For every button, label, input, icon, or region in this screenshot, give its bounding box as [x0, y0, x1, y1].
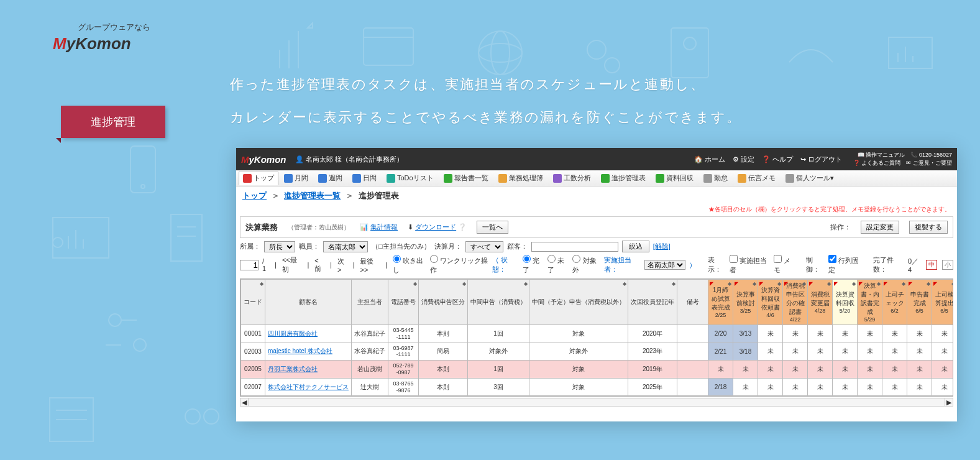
tab-top[interactable]: トップ: [239, 172, 278, 185]
cell-task[interactable]: 未: [758, 378, 783, 396]
tab-hours[interactable]: 工数分析: [549, 172, 595, 185]
tab-monthly[interactable]: 月間: [280, 172, 313, 185]
col-interim2[interactable]: ◆中間（予定）申告（消費税以外）: [529, 280, 628, 325]
scroll-left-icon[interactable]: ◀: [240, 398, 249, 407]
col-task-4[interactable]: ◤◆消費税変更届4/28: [808, 280, 833, 325]
col-interim1[interactable]: ◆中間申告（消費税）: [468, 280, 529, 325]
client-input[interactable]: [531, 242, 618, 252]
cell-task[interactable]: 2/21: [708, 343, 733, 361]
nav-logout[interactable]: ↪ ログアウト: [800, 155, 842, 164]
dept-select[interactable]: 所長: [264, 241, 295, 252]
col-task-8[interactable]: ◤◆申告書完成6/5: [907, 280, 932, 325]
cell-task[interactable]: 未: [808, 343, 833, 361]
radio-bubble[interactable]: 吹き出し: [393, 255, 426, 275]
radio-undone[interactable]: 未了: [547, 255, 569, 275]
cell-task[interactable]: 未: [733, 361, 758, 379]
col-phone[interactable]: ◆電話番号: [388, 280, 419, 325]
help-icon[interactable]: ❔: [458, 223, 467, 231]
cell-task[interactable]: 未: [858, 378, 882, 396]
radio-oneclick[interactable]: ワンクリック操作: [430, 255, 488, 275]
size-small-badge[interactable]: 小: [942, 260, 953, 270]
clear-link[interactable]: [解除]: [653, 242, 671, 251]
tab-todo[interactable]: ToDoリスト: [382, 172, 438, 185]
cell-remarks[interactable]: [677, 343, 708, 361]
cell-remarks[interactable]: [677, 361, 708, 379]
tab-memo[interactable]: 伝言メモ: [733, 172, 780, 185]
cell-task[interactable]: 未: [833, 325, 858, 343]
cell-task[interactable]: 未: [932, 325, 954, 343]
cell-client[interactable]: 丹羽工業株式会社: [265, 361, 352, 379]
col-task-3[interactable]: ◤◆消費税申告区分の確認書4/22: [783, 280, 808, 325]
cell-client[interactable]: majestic hotel 株式会社: [265, 343, 352, 361]
col-task-5[interactable]: ◤◆決算資料回収5/20: [833, 280, 858, 325]
radio-excluded[interactable]: 対象外: [572, 255, 600, 275]
col-task-1[interactable]: ◤◆決算事前検討3/25: [733, 280, 758, 325]
cell-task[interactable]: 未: [783, 325, 808, 343]
cell-task[interactable]: 未: [758, 361, 783, 379]
col-task-0[interactable]: ◤◆1月締め試算表完成2/25: [708, 280, 733, 325]
tab-workbook[interactable]: 業務処理簿: [494, 172, 547, 185]
check-show-memo[interactable]: メモ: [774, 255, 795, 275]
cell-task[interactable]: 未: [932, 361, 954, 379]
search-button[interactable]: 絞込: [622, 241, 649, 252]
cell-task[interactable]: 未: [833, 361, 858, 379]
col-main[interactable]: 主担当者: [352, 280, 388, 325]
col-task-7[interactable]: ◤◆上司チェック6/2: [882, 280, 907, 325]
period-select[interactable]: すべて: [465, 241, 503, 252]
check-show-assignee[interactable]: 実施担当者: [730, 255, 769, 275]
nav-help[interactable]: ❓ ヘルプ: [762, 155, 793, 164]
check-fix-rowcol[interactable]: 行列固定: [828, 255, 862, 275]
cell-task[interactable]: 未: [907, 361, 932, 379]
cell-client[interactable]: 四川厨房有限会社: [265, 325, 352, 343]
cell-task[interactable]: 3/13: [733, 325, 758, 343]
scroll-right-icon[interactable]: ▶: [945, 398, 953, 407]
tab-reports[interactable]: 報告書一覧: [439, 172, 493, 185]
cell-remarks[interactable]: [677, 325, 708, 343]
cell-remarks[interactable]: [677, 378, 708, 396]
crumb-top[interactable]: トップ: [242, 191, 267, 200]
to-list-button[interactable]: 一覧へ: [477, 221, 508, 234]
nav-settings[interactable]: ⚙ 設定: [733, 155, 754, 164]
cell-task[interactable]: 未: [708, 361, 733, 379]
nav-home[interactable]: 🏠 ホーム: [694, 155, 725, 164]
col-remarks[interactable]: 備考: [677, 280, 708, 325]
page-input[interactable]: [240, 260, 259, 270]
col-client[interactable]: 顧客名: [265, 280, 352, 325]
cell-task[interactable]: 未: [932, 343, 954, 361]
cell-client[interactable]: 株式会社下村テクノサービス: [265, 378, 352, 396]
change-settings-button[interactable]: 設定変更: [861, 221, 899, 234]
assignee-select[interactable]: 名南太郎: [644, 260, 685, 270]
page-next[interactable]: 次>: [337, 257, 347, 274]
crumb-list[interactable]: 進捗管理表一覧: [284, 191, 341, 200]
col-task-2[interactable]: ◤◆決算資料回収依頼書4/6: [758, 280, 783, 325]
cell-task[interactable]: 未: [907, 325, 932, 343]
cell-task[interactable]: 未: [733, 378, 758, 396]
cell-task[interactable]: 未: [858, 361, 882, 379]
col-code[interactable]: ◆コード: [241, 280, 265, 325]
cell-task[interactable]: 3/18: [733, 343, 758, 361]
cell-task[interactable]: 未: [783, 343, 808, 361]
cell-task[interactable]: 未: [932, 378, 954, 396]
col-task-9[interactable]: ◤◆上司検算提出6/5: [932, 280, 954, 325]
cell-task[interactable]: 2/18: [708, 378, 733, 396]
cell-task[interactable]: 2/20: [708, 325, 733, 343]
col-task-6[interactable]: ◤◆決算書・内訳書完成5/29: [858, 280, 882, 325]
cell-task[interactable]: 未: [907, 343, 932, 361]
cell-task[interactable]: 未: [882, 343, 907, 361]
cell-task[interactable]: 未: [858, 325, 882, 343]
h-scrollbar[interactable]: ◀ ▶: [240, 398, 953, 407]
duplicate-button[interactable]: 複製する: [909, 221, 948, 234]
page-first[interactable]: <<最初: [282, 255, 302, 274]
tab-personal[interactable]: 個人ツール▾: [781, 172, 838, 185]
cell-task[interactable]: 未: [833, 343, 858, 361]
tab-weekly[interactable]: 週間: [314, 172, 347, 185]
link-aggregate[interactable]: 集計情報: [370, 223, 398, 231]
cell-task[interactable]: 未: [833, 378, 858, 396]
col-nextreg[interactable]: ◆次回役員登記年: [628, 280, 677, 325]
cell-task[interactable]: 未: [808, 325, 833, 343]
col-taxcat[interactable]: ◆消費税申告区分: [419, 280, 468, 325]
staff-select[interactable]: 名南太郎: [323, 241, 368, 252]
cell-task[interactable]: 未: [783, 361, 808, 379]
page-prev[interactable]: <前: [314, 257, 324, 274]
cell-task[interactable]: 未: [783, 378, 808, 396]
